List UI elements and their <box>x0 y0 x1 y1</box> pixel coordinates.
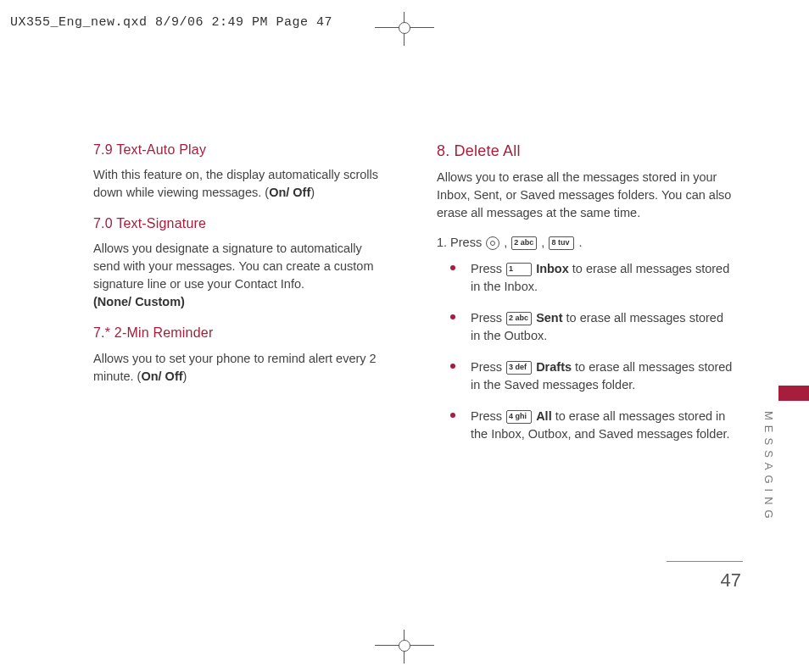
text-bold: Drafts <box>536 360 572 374</box>
text: Press <box>471 360 505 374</box>
text: Press <box>471 311 505 325</box>
para-signature: Allows you designate a signature to auto… <box>93 240 390 311</box>
text: ) <box>310 186 315 199</box>
key-2abc-icon: 2 abc <box>511 236 537 250</box>
print-header: UX355_Eng_new.qxd 8/9/06 2:49 PM Page 47 <box>10 15 332 30</box>
key-2abc-icon: 2 abc <box>506 312 532 325</box>
text: Press <box>471 262 505 275</box>
page-content: 7.9 Text-Auto Play With this feature on,… <box>93 140 750 457</box>
ok-key-icon <box>486 236 499 250</box>
list-item: Press 3 def Drafts to erase all messages… <box>462 358 734 394</box>
list-item: Press 2 abc Sent to erase all messages s… <box>462 309 734 345</box>
heading-delete-all: 8. Delete All <box>437 140 734 162</box>
para-auto-play: With this feature on, the display automa… <box>93 166 390 202</box>
step-1: 1. Press , 2 abc , 8 tuv . <box>437 234 734 252</box>
section-label: MESSAGING <box>762 411 775 524</box>
left-column: 7.9 Text-Auto Play With this feature on,… <box>93 140 390 457</box>
key-8tuv-icon: 8 tuv <box>549 236 574 250</box>
text-bold: On/ Off <box>269 186 310 199</box>
heading-text-signature: 7.0 Text-Signature <box>93 214 390 233</box>
text-bold: On/ Off <box>141 369 182 383</box>
text-bold: Inbox <box>536 262 569 275</box>
crop-mark-top <box>375 12 434 46</box>
text: With this feature on, the display automa… <box>93 168 378 199</box>
page-number: 47 <box>721 569 741 591</box>
text-bold: Sent <box>536 311 562 325</box>
list-item: Press 1 Inbox to erase all messages stor… <box>462 260 734 296</box>
heading-2min-reminder: 7.* 2-Min Reminder <box>93 323 390 342</box>
text-bold: All <box>536 409 552 423</box>
tab-marker <box>778 386 809 401</box>
text: Press <box>471 409 505 423</box>
text: 1. Press <box>437 236 485 249</box>
heading-text-auto-play: 7.9 Text-Auto Play <box>93 140 390 159</box>
list-item: Press 4 ghi All to erase all messages st… <box>462 408 734 443</box>
bullet-list: Press 1 Inbox to erase all messages stor… <box>437 260 734 443</box>
text-bold: (None/ Custom) <box>93 295 185 308</box>
para-delete-intro: Allows you to erase all the messages sto… <box>437 169 734 222</box>
para-reminder: Allows you to set your phone to remind a… <box>93 350 390 386</box>
text: ) <box>183 369 187 383</box>
crop-mark-bottom <box>375 630 434 664</box>
key-4ghi-icon: 4 ghi <box>506 410 532 424</box>
text: Allows you designate a signature to auto… <box>93 242 373 291</box>
key-1-icon: 1 <box>506 263 532 276</box>
text: Allows you to set your phone to remind a… <box>93 352 377 383</box>
right-column: 8. Delete All Allows you to erase all th… <box>437 140 734 457</box>
key-3def-icon: 3 def <box>506 361 532 375</box>
footer-rule <box>667 561 743 562</box>
